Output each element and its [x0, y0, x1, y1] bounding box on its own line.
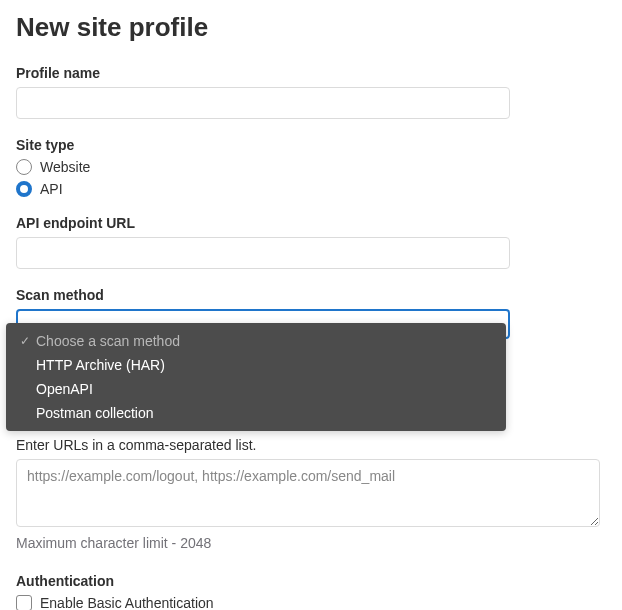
- profile-name-label: Profile name: [16, 65, 606, 81]
- excluded-urls-group: Enter URLs in a comma-separated list. Ma…: [16, 437, 606, 551]
- dropdown-option-label: HTTP Archive (HAR): [36, 357, 165, 373]
- site-type-option-website[interactable]: Website: [16, 159, 606, 175]
- api-endpoint-group: API endpoint URL: [16, 215, 606, 269]
- dropdown-option-label: Choose a scan method: [36, 333, 180, 349]
- site-type-option-label: API: [40, 181, 63, 197]
- site-type-group: Site type Website API: [16, 137, 606, 197]
- api-endpoint-input[interactable]: [16, 237, 510, 269]
- scan-method-label: Scan method: [16, 287, 606, 303]
- site-type-option-api[interactable]: API: [16, 181, 606, 197]
- dropdown-option-label: Postman collection: [36, 405, 154, 421]
- profile-name-group: Profile name: [16, 65, 606, 119]
- dropdown-option-label: OpenAPI: [36, 381, 93, 397]
- authentication-group: Authentication Enable Basic Authenticati…: [16, 573, 606, 610]
- scan-method-option-placeholder[interactable]: ✓ Choose a scan method: [6, 329, 506, 353]
- basic-auth-checkbox-row[interactable]: Enable Basic Authentication: [16, 595, 606, 610]
- basic-auth-checkbox-label: Enable Basic Authentication: [40, 595, 214, 610]
- excluded-urls-helper: Enter URLs in a comma-separated list.: [16, 437, 606, 453]
- authentication-label: Authentication: [16, 573, 606, 589]
- site-type-label: Site type: [16, 137, 606, 153]
- scan-method-option-postman[interactable]: Postman collection: [6, 401, 506, 425]
- scan-method-option-har[interactable]: HTTP Archive (HAR): [6, 353, 506, 377]
- radio-unchecked-icon: [16, 159, 32, 175]
- checkmark-icon: ✓: [20, 334, 30, 348]
- excluded-urls-textarea[interactable]: [16, 459, 600, 527]
- radio-checked-icon: [16, 181, 32, 197]
- site-type-option-label: Website: [40, 159, 90, 175]
- scan-method-option-openapi[interactable]: OpenAPI: [6, 377, 506, 401]
- excluded-urls-limit: Maximum character limit - 2048: [16, 535, 606, 551]
- checkbox-unchecked-icon: [16, 595, 32, 610]
- scan-method-dropdown: ✓ Choose a scan method HTTP Archive (HAR…: [6, 323, 506, 431]
- api-endpoint-label: API endpoint URL: [16, 215, 606, 231]
- page-title: New site profile: [16, 12, 606, 43]
- profile-name-input[interactable]: [16, 87, 510, 119]
